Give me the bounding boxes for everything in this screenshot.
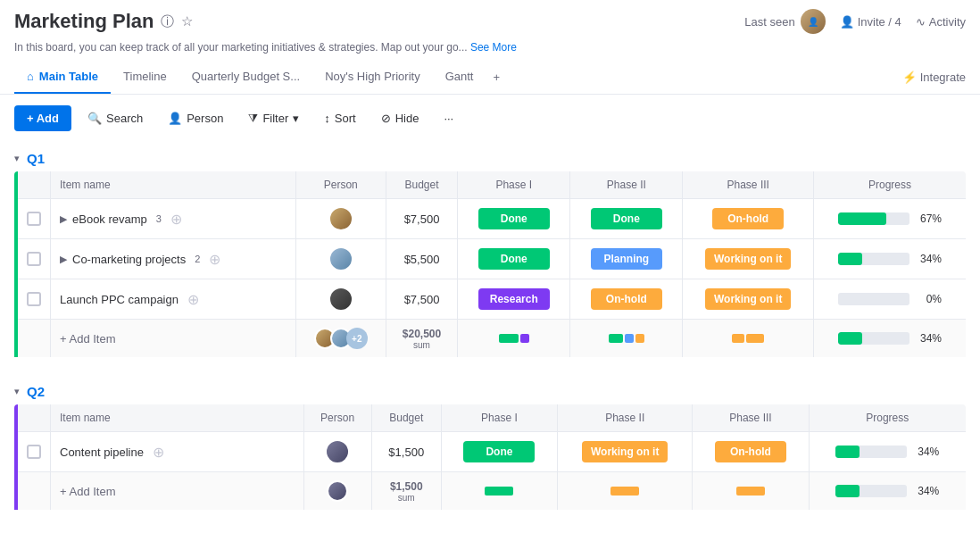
checkbox[interactable] [27, 292, 41, 306]
item-name-text: Content pipeline [60, 446, 144, 459]
progress-fill-sum2 [835, 485, 860, 497]
integrate-button[interactable]: ⚡ Integrate [902, 71, 966, 84]
td-add-item-q2[interactable]: + Add Item [51, 472, 304, 511]
th-item-name-q2: Item name [51, 404, 304, 432]
sum-label: sum [395, 340, 448, 350]
tab-main-table[interactable]: ⌂ Main Table [14, 61, 111, 94]
phase3-badge[interactable]: Working on it [705, 248, 791, 270]
activity-button[interactable]: ∿ Activity [916, 15, 966, 29]
q1-header-row: Item name Person Budget Phase I Phase II… [18, 171, 966, 199]
th-phase3-q2: Phase III [693, 404, 809, 432]
search-button[interactable]: 🔍 Search [79, 106, 152, 130]
sum-label2: sum [381, 493, 432, 503]
add-child-icon[interactable]: ⊕ [153, 444, 164, 461]
q1-table-wrapper: Item name Person Budget Phase I Phase II… [14, 171, 966, 357]
progress-pct: 34% [912, 446, 939, 458]
phase2-badge[interactable]: On-hold [591, 288, 662, 310]
add-child-icon[interactable]: ⊕ [187, 291, 199, 308]
person-sum-cell: +2 [305, 328, 377, 349]
sort-button[interactable]: ↕ Sort [315, 106, 364, 130]
checkbox[interactable] [27, 445, 41, 459]
th-budget-q1: Budget [386, 171, 457, 199]
td-budget: $7,500 [386, 199, 457, 239]
td-phase2: Done [570, 199, 683, 239]
person-cell [305, 206, 377, 231]
expand-icon[interactable]: ▶ [60, 213, 67, 225]
person-filter-button[interactable]: 👤 Person [159, 106, 232, 130]
star-icon[interactable]: ☆ [181, 13, 193, 29]
tab-quarterly-budget[interactable]: Quarterly Budget S... [179, 61, 312, 94]
phase1-badge[interactable]: Done [463, 441, 535, 462]
info-icon[interactable]: ⓘ [161, 13, 174, 30]
td-phase3-sum2 [693, 472, 809, 511]
last-seen: Last seen 👤 [744, 9, 825, 34]
add-child-icon[interactable]: ⊕ [170, 211, 182, 228]
td-progress: 0% [814, 279, 966, 320]
add-child-icon[interactable]: ⊕ [209, 251, 220, 268]
avatar: 👤 [801, 9, 826, 34]
th-phase2-q2: Phase II [558, 404, 693, 432]
phase1-badge[interactable]: Done [478, 208, 550, 229]
td-person [303, 432, 371, 472]
person-filter-icon: 👤 [168, 112, 182, 125]
checkbox[interactable] [27, 252, 41, 266]
sort-icon: ↕ [324, 112, 330, 125]
phase3-badge[interactable]: Working on it [705, 288, 791, 310]
filter-button[interactable]: ⧩ Filter ▾ [239, 106, 308, 131]
avatar [325, 439, 350, 464]
td-phase2-sum2 [558, 472, 693, 511]
phase3-badge[interactable]: On-hold [715, 441, 786, 462]
add-item-label[interactable]: + Add Item [60, 332, 116, 346]
activity-label: Activity [929, 15, 966, 29]
phase1-badge[interactable]: Research [478, 288, 550, 310]
th-checkbox [18, 171, 51, 199]
progress-fill-sum [838, 332, 862, 345]
td-phase2: Working on it [558, 432, 693, 472]
checkbox[interactable] [27, 212, 41, 226]
group-q1-toggle[interactable]: ▾ [14, 153, 20, 164]
tab-noys-priority[interactable]: Noy's High Priority [312, 61, 433, 94]
hide-button[interactable]: ⊘ Hide [372, 106, 428, 130]
see-more-link[interactable]: See More [470, 41, 517, 54]
add-button[interactable]: + Add [14, 105, 71, 131]
td-phase3: Working on it [683, 239, 814, 279]
hide-icon: ⊘ [381, 112, 391, 125]
phase3-badge[interactable]: On-hold [712, 208, 784, 229]
tab-gantt[interactable]: Gantt [433, 61, 486, 94]
td-phase1: Done [441, 432, 557, 472]
td-person [295, 239, 386, 279]
group-q2-toggle[interactable]: ▾ [14, 386, 20, 397]
td-phase2-sum [570, 320, 683, 358]
toolbar: + Add 🔍 Search 👤 Person ⧩ Filter ▾ ↕ Sor… [0, 95, 980, 142]
phase2-badge[interactable]: Done [591, 208, 662, 229]
group-q2-name[interactable]: Q2 [27, 384, 45, 399]
add-item-row-q2: + Add Item $1,500 sum [18, 472, 966, 511]
invite-label: Invite / 4 [858, 15, 901, 29]
budget-sum: $20,500 [403, 328, 441, 340]
phase3-summary2 [702, 487, 799, 496]
tab-timeline[interactable]: Timeline [111, 61, 179, 94]
filter-chevron: ▾ [293, 112, 299, 125]
td-item-name: ▶ eBook revamp 3 ⊕ [51, 199, 296, 239]
more-options-button[interactable]: ··· [435, 106, 462, 130]
td-item-name: Launch PPC campaign ⊕ [51, 279, 296, 320]
td-progress: 34% [814, 239, 966, 279]
phase2-badge[interactable]: Working on it [582, 441, 668, 462]
tab-add-button[interactable]: + [486, 62, 507, 93]
add-item-label-q2[interactable]: + Add Item [60, 485, 116, 498]
app-header: Marketing Plan ⓘ ☆ Last seen 👤 👤 Invite … [0, 0, 980, 39]
invite-button[interactable]: 👤 Invite / 4 [840, 15, 901, 29]
td-checkbox [18, 199, 51, 239]
item-name-text: eBook revamp [72, 212, 147, 226]
last-seen-label: Last seen [744, 15, 794, 29]
expand-icon[interactable]: ▶ [60, 254, 67, 265]
td-phase3: On-hold [683, 199, 814, 239]
td-add-item[interactable]: + Add Item [51, 320, 296, 358]
group-q1-name[interactable]: Q1 [27, 151, 45, 166]
phase2-badge[interactable]: Planning [591, 248, 662, 270]
phase1-badge[interactable]: Done [478, 248, 550, 270]
td-budget: $7,500 [386, 279, 457, 320]
table-row: Launch PPC campaign ⊕ $7,500 Research On… [18, 279, 966, 320]
th-budget-q2: Budget [371, 404, 441, 432]
td-progress-sum: 34% [814, 320, 966, 358]
